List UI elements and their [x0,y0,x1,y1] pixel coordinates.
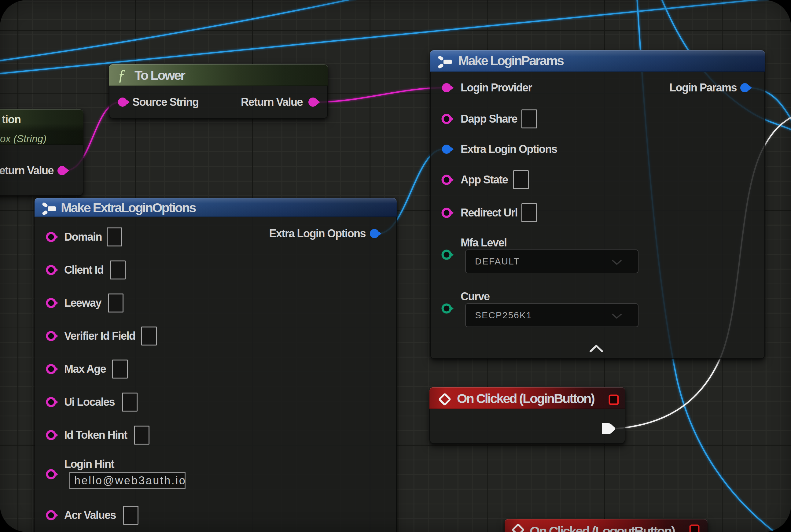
svg-text:ƒ: ƒ [118,66,125,83]
